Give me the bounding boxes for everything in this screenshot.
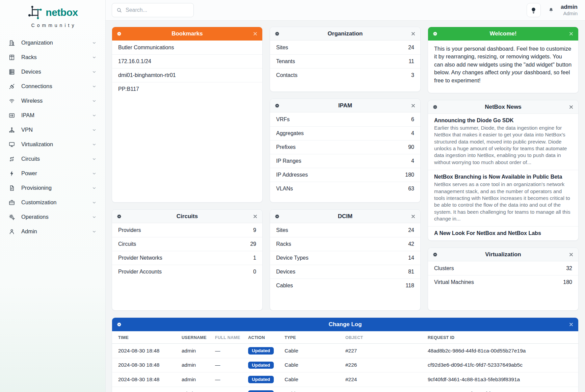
widget-config-button[interactable] — [274, 103, 280, 108]
widget-config-button[interactable] — [274, 214, 280, 219]
stat-value[interactable]: 118 — [405, 283, 414, 289]
widget-header[interactable]: NetBox News — [428, 100, 578, 114]
bookmark-link[interactable]: 172.16.0.1/24 — [118, 58, 151, 64]
widget-close-button[interactable] — [410, 31, 416, 36]
sidebar-item-racks[interactable]: Racks — [0, 50, 105, 64]
sidebar-item-ipam[interactable]: IPAM — [0, 108, 105, 123]
widget-header[interactable]: Virtualization — [428, 248, 578, 261]
sidebar-item-provisioning[interactable]: Provisioning — [0, 181, 105, 195]
widget-config-button[interactable] — [116, 31, 122, 36]
object-link[interactable]: #227 — [339, 344, 422, 358]
stat-value[interactable]: 4 — [411, 130, 414, 136]
stat-label[interactable]: Prefixes — [276, 144, 296, 150]
sidebar-item-power[interactable]: Power — [0, 166, 105, 181]
widget-header[interactable]: Bookmarks — [112, 27, 262, 41]
widget-close-button[interactable] — [252, 31, 258, 36]
brand-logo-link[interactable]: netbox — [27, 5, 78, 20]
theme-toggle-button[interactable] — [527, 3, 541, 17]
stat-label[interactable]: Providers — [118, 227, 141, 233]
bookmark-link[interactable]: dmi01-binghamton-rtr01 — [118, 72, 176, 78]
stat-value[interactable]: 42 — [408, 241, 414, 247]
stat-label[interactable]: VLANs — [276, 186, 293, 192]
widget-close-button[interactable] — [410, 214, 416, 219]
stat-label[interactable]: Tenants — [276, 58, 295, 64]
stat-label[interactable]: Virtual Machines — [434, 279, 474, 285]
widget-config-button[interactable] — [432, 252, 438, 257]
widget-config-button[interactable] — [116, 322, 122, 327]
widget-header[interactable]: DCIM — [270, 210, 420, 223]
widget-header[interactable]: Welcome! — [428, 27, 578, 41]
stat-value[interactable]: 4 — [411, 158, 414, 164]
bookmark-link[interactable]: PP:B117 — [118, 86, 139, 92]
sidebar-item-organization[interactable]: Organization — [0, 35, 105, 50]
object-link[interactable]: #226 — [339, 358, 422, 372]
stat-value[interactable]: 90 — [408, 144, 414, 150]
user-menu[interactable]: admin Admin — [561, 4, 578, 17]
sidebar-item-connections[interactable]: Connections — [0, 79, 105, 94]
request-id-link[interactable]: cf92d3e6-d09d-41fc-9fd7-52337649ab5c — [422, 358, 578, 372]
widget-close-button[interactable] — [568, 104, 574, 110]
sidebar-item-operations[interactable]: Operations — [0, 210, 105, 224]
stat-label[interactable]: Clusters — [434, 265, 454, 271]
request-id-link[interactable]: 48ad8b2c-986d-44fd-81ca-00d55b27e19a — [422, 344, 578, 358]
widget-config-button[interactable] — [116, 214, 122, 219]
stat-label[interactable]: Circuits — [118, 241, 136, 247]
stat-value[interactable]: 32 — [566, 265, 572, 271]
column-header-action[interactable]: ACTION — [242, 331, 278, 344]
time-link[interactable]: 2024-08-30 18:48 — [112, 372, 176, 387]
stat-label[interactable]: Contacts — [276, 72, 297, 78]
news-item-title[interactable]: NetBox Branching is Now Available in Pub… — [434, 174, 572, 180]
stat-value[interactable]: 24 — [408, 45, 414, 51]
stat-label[interactable]: Cables — [276, 283, 293, 289]
sidebar-item-circuits[interactable]: Circuits — [0, 152, 105, 166]
bookmark-link[interactable]: Butler Communications — [118, 45, 174, 51]
news-item-title[interactable]: Announcing the Diode Go SDK — [434, 117, 572, 124]
sidebar-item-devices[interactable]: Devices — [0, 64, 105, 79]
column-header-time[interactable]: TIME — [112, 331, 176, 344]
column-header-request-id[interactable]: REQUEST ID — [422, 331, 578, 344]
sidebar-item-admin[interactable]: Admin — [0, 224, 105, 239]
widget-close-button[interactable] — [252, 214, 258, 219]
column-header-username[interactable]: USERNAME — [176, 331, 209, 344]
stat-value[interactable]: 180 — [405, 172, 414, 178]
notifications-button[interactable] — [548, 6, 555, 14]
sidebar-item-customization[interactable]: Customization — [0, 195, 105, 210]
sidebar-item-wireless[interactable]: Wireless — [0, 94, 105, 108]
stat-label[interactable]: Provider Accounts — [118, 269, 162, 275]
request-id-link[interactable]: 7a3c4c3c-aca9-47f2-996f-f89201c997c2 — [422, 387, 578, 392]
widget-close-button[interactable] — [568, 252, 574, 257]
stat-value[interactable]: 180 — [563, 279, 572, 285]
widget-header[interactable]: Organization — [270, 27, 420, 41]
widget-header[interactable]: IPAM — [270, 99, 420, 112]
stat-value[interactable]: 1 — [253, 255, 256, 261]
column-header-object[interactable]: OBJECT — [339, 331, 422, 344]
object-link[interactable]: #224 — [339, 387, 422, 392]
stat-value[interactable]: 14 — [408, 255, 414, 261]
stat-label[interactable]: VRFs — [276, 116, 290, 123]
stat-label[interactable]: Provider Networks — [118, 255, 162, 261]
time-link[interactable]: 2024-08-30 18:47 — [112, 387, 176, 392]
stat-label[interactable]: Racks — [276, 241, 291, 247]
news-item-title[interactable]: A New Look For NetBox and NetBox Labs — [434, 230, 572, 236]
request-id-link[interactable]: 9cf40fdf-3461-4c88-81a3-5feb39f8391a — [422, 372, 578, 387]
time-link[interactable]: 2024-08-30 18:48 — [112, 344, 176, 358]
stat-label[interactable]: IP Ranges — [276, 158, 301, 164]
stat-label[interactable]: Aggregates — [276, 130, 304, 136]
stat-value[interactable]: 29 — [250, 241, 256, 247]
stat-value[interactable]: 3 — [411, 72, 414, 78]
stat-label[interactable]: Devices — [276, 269, 295, 275]
stat-value[interactable]: 24 — [408, 227, 414, 233]
column-header-full-name[interactable]: FULL NAME — [209, 331, 242, 344]
widget-close-button[interactable] — [568, 31, 574, 36]
widget-close-button[interactable] — [410, 103, 416, 108]
time-link[interactable]: 2024-08-30 18:48 — [112, 358, 176, 372]
widget-config-button[interactable] — [432, 31, 438, 36]
stat-label[interactable]: Sites — [276, 227, 288, 233]
column-header-type[interactable]: TYPE — [278, 331, 339, 344]
sidebar-item-vpn[interactable]: VPN — [0, 123, 105, 137]
search-input[interactable] — [126, 7, 189, 13]
sidebar-item-virtualization[interactable]: Virtualization — [0, 137, 105, 152]
stat-label[interactable]: Sites — [276, 45, 288, 51]
stat-value[interactable]: 11 — [408, 58, 414, 64]
stat-label[interactable]: IP Addresses — [276, 172, 308, 178]
